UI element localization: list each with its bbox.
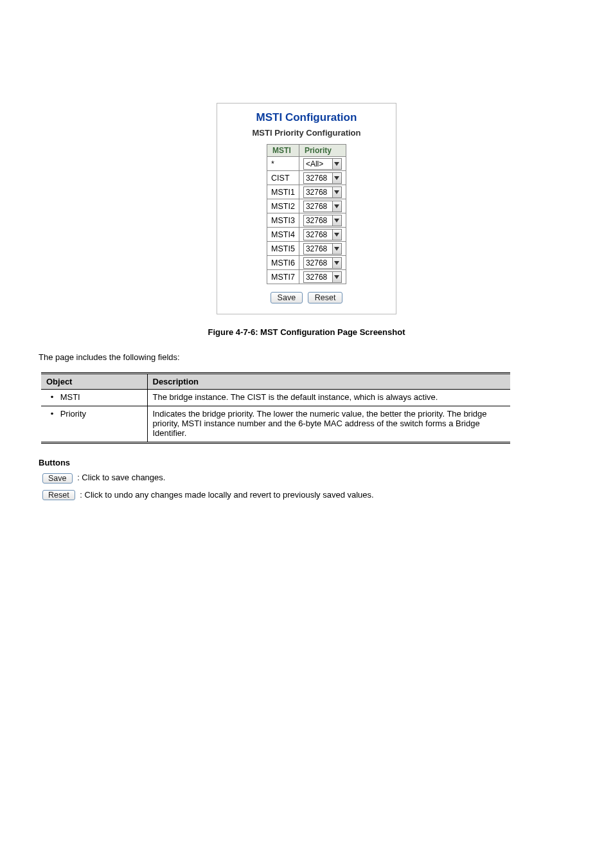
panel-title: MSTI Configuration [231, 111, 382, 124]
reset-desc: : Click to undo any changes made locally… [80, 490, 373, 500]
priority-select-msti1[interactable]: 32768 [303, 186, 342, 198]
param-name: MSTI [60, 392, 80, 402]
table-row: MSTI1 32768 [267, 185, 346, 199]
param-desc: The bridge instance. The CIST is the def… [147, 390, 510, 406]
chevron-down-icon [332, 244, 341, 254]
table-row: * <All> [267, 157, 346, 171]
buttons-heading: Buttons [39, 458, 574, 467]
chevron-down-icon [332, 201, 341, 212]
msti-cell: MSTI7 [267, 270, 299, 284]
table-row: MSTI7 32768 [267, 270, 346, 284]
param-desc: Indicates the bridge priority. The lower… [147, 406, 510, 443]
msti-cell: * [267, 157, 299, 171]
msti-cell: MSTI6 [267, 256, 299, 270]
chevron-down-icon [332, 215, 341, 226]
msti-cell: MSTI3 [267, 213, 299, 228]
msti-cell: CIST [267, 171, 299, 185]
priority-select-msti2[interactable]: 32768 [303, 201, 342, 212]
bullet-icon: • [46, 392, 58, 402]
table-row: MSTI4 32768 [267, 228, 346, 242]
reset-button-sample[interactable]: Reset [42, 490, 75, 500]
col-head-priority: Priority [299, 145, 346, 157]
chevron-down-icon [332, 173, 341, 183]
save-button-sample[interactable]: Save [42, 473, 73, 484]
svg-marker-2 [334, 190, 339, 194]
svg-marker-1 [334, 176, 339, 180]
param-row: • Priority Indicates the bridge priority… [41, 406, 510, 443]
msti-cell: MSTI2 [267, 199, 299, 213]
priority-select-msti3[interactable]: 32768 [303, 215, 342, 226]
chevron-down-icon [332, 159, 341, 169]
svg-marker-5 [334, 233, 339, 237]
table-row: MSTI5 32768 [267, 242, 346, 256]
param-row: • MSTI The bridge instance. The CIST is … [41, 390, 510, 406]
reset-button[interactable]: Reset [308, 292, 343, 303]
save-button[interactable]: Save [271, 292, 303, 303]
param-name: Priority [60, 409, 86, 419]
priority-select-msti7[interactable]: 32768 [303, 271, 342, 283]
panel-subtitle: MSTI Priority Configuration [231, 128, 382, 138]
table-row: CIST 32768 [267, 171, 346, 185]
priority-select-msti5[interactable]: 32768 [303, 243, 342, 255]
parameter-table: Object Description • MSTI The bridge ins… [41, 372, 510, 444]
save-desc: : Click to save changes. [77, 473, 165, 482]
svg-marker-8 [334, 275, 339, 279]
chevron-down-icon [332, 258, 341, 268]
bullet-icon: • [46, 409, 58, 419]
msti-config-panel: MSTI Configuration MSTI Priority Configu… [217, 103, 396, 314]
priority-select-cist[interactable]: 32768 [303, 172, 342, 184]
svg-marker-7 [334, 261, 339, 265]
msti-cell: MSTI5 [267, 242, 299, 256]
col-head-msti: MSTI [267, 145, 299, 157]
col-head-description: Description [147, 374, 510, 390]
svg-marker-4 [334, 219, 339, 222]
chevron-down-icon [332, 187, 341, 197]
svg-marker-6 [334, 247, 339, 251]
priority-select-all[interactable]: <All> [303, 158, 342, 170]
figure-caption: Figure 4-7-6: MST Configuration Page Scr… [39, 327, 574, 337]
lead-text: The page includes the following fields: [39, 352, 574, 362]
priority-select-msti4[interactable]: 32768 [303, 229, 342, 240]
chevron-down-icon [332, 272, 341, 282]
table-row: MSTI3 32768 [267, 213, 346, 228]
msti-cell: MSTI1 [267, 185, 299, 199]
svg-marker-3 [334, 204, 339, 208]
table-row: MSTI6 32768 [267, 256, 346, 270]
col-head-object: Object [41, 374, 147, 390]
msti-priority-table: MSTI Priority * <All> [267, 144, 346, 284]
chevron-down-icon [332, 230, 341, 240]
svg-marker-0 [334, 162, 339, 166]
table-row: MSTI2 32768 [267, 199, 346, 213]
priority-select-msti6[interactable]: 32768 [303, 257, 342, 269]
msti-cell: MSTI4 [267, 228, 299, 242]
